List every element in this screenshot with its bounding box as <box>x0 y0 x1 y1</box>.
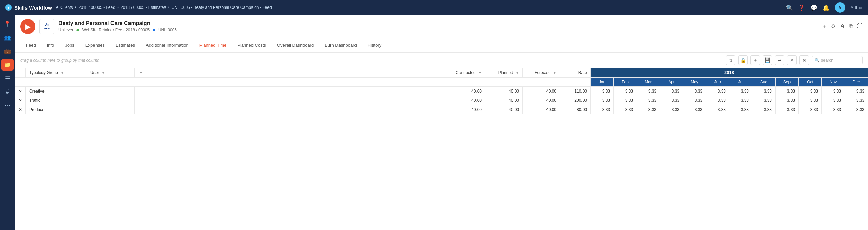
tab-info[interactable]: Info <box>41 38 60 52</box>
expand-icon[interactable]: ⧉ <box>849 23 853 30</box>
top-navbar: ● Skills Workflow AllClients • 2018 / 00… <box>0 0 868 15</box>
tab-planned-time[interactable]: Planned Time <box>194 38 232 52</box>
add-row-button[interactable]: ＋ <box>750 55 760 65</box>
row-0-month-0: 3.33 <box>591 87 614 96</box>
save-button[interactable]: 💾 <box>763 55 772 65</box>
search-icon[interactable]: 🔍 <box>786 4 793 11</box>
row-1-month-7: 3.33 <box>752 96 776 105</box>
main-content: ▶ Unilever Beaty and Personal Care Campa… <box>15 15 868 230</box>
data-table-wrapper: Typology Group ▼ User ▼ ▼ Contracted ▼ <box>15 68 868 114</box>
tab-additional-information[interactable]: Additional Information <box>140 38 194 52</box>
col-header-planned: Planned ▼ <box>485 68 523 78</box>
row-0-month-10: 3.33 <box>822 87 845 96</box>
undo-button[interactable]: ↩ <box>775 55 784 65</box>
project-actions: ＋ ⟳ 🖨 ⧉ ⛶ <box>822 23 863 30</box>
app-logo[interactable]: ● Skills Workflow <box>5 4 52 11</box>
row-1-month-11: 3.33 <box>845 96 868 105</box>
sidebar-item-briefcase[interactable]: 💼 <box>1 45 14 57</box>
delete-row-2[interactable]: ✕ <box>15 105 26 114</box>
row-0-month-3: 3.33 <box>660 87 683 96</box>
row-contracted-2: 40.00 <box>448 105 485 114</box>
col-header-year: 2018 <box>591 68 868 78</box>
tab-overall-dashboard[interactable]: Overall Dashboard <box>272 38 319 52</box>
breadcrumb-item-2[interactable]: 2018 / 00005 - Estimates <box>121 5 166 10</box>
row-user-1 <box>87 96 135 105</box>
row-planned-1: 40.00 <box>485 96 523 105</box>
sidebar-item-users[interactable]: 👥 <box>1 31 14 44</box>
breadcrumb-item-1[interactable]: 2018 / 00005 - Feed <box>79 5 115 10</box>
delete-button[interactable]: ✕ <box>787 55 797 65</box>
col-header-contracted: Contracted ▼ <box>448 68 485 78</box>
filter-typology-icon[interactable]: ▼ <box>60 71 64 75</box>
filter-forecast-icon[interactable]: ▼ <box>553 71 556 75</box>
sidebar-item-calculator[interactable]: # <box>1 86 14 98</box>
tab-jobs[interactable]: Jobs <box>59 38 80 52</box>
app-name: Skills Workflow <box>14 5 52 11</box>
col-header-jul: Jul <box>729 78 752 87</box>
row-2-month-1: 3.33 <box>614 105 637 114</box>
row-forecast-1: 40.00 <box>523 96 560 105</box>
tab-expenses[interactable]: Expenses <box>80 38 110 52</box>
breadcrumb-item-0[interactable]: AllClients <box>56 5 73 10</box>
status-dot: ● <box>76 27 80 33</box>
col-header-dec: Dec <box>845 78 868 87</box>
username: Arthur <box>851 5 863 10</box>
avatar[interactable]: A <box>835 2 845 13</box>
row-rate-2: 80.00 <box>560 105 591 114</box>
logo-icon: ● <box>5 4 12 11</box>
tab-history[interactable]: History <box>362 38 387 52</box>
drag-hint: drag a column here to group by that colu… <box>20 58 723 63</box>
breadcrumb: AllClients • 2018 / 00005 - Feed • 2018 … <box>56 5 272 10</box>
row-forecast-2: 40.00 <box>523 105 560 114</box>
row-user-2 <box>87 105 135 114</box>
row-2-month-9: 3.33 <box>799 105 822 114</box>
columns-button[interactable]: ⇅ <box>726 55 735 65</box>
row-0-month-11: 3.33 <box>845 87 868 96</box>
refresh-icon[interactable]: ⟳ <box>831 23 836 30</box>
sidebar-item-location[interactable]: 📍 <box>1 18 14 30</box>
col-header-forecast: Forecast ▼ <box>523 68 560 78</box>
delete-row-1[interactable]: ✕ <box>15 96 26 105</box>
row-typology-2: Producer <box>26 105 87 114</box>
fullscreen-icon[interactable]: ⛶ <box>857 23 863 30</box>
row-2-month-5: 3.33 <box>706 105 729 114</box>
row-empty-2 <box>135 105 448 114</box>
row-2-month-2: 3.33 <box>637 105 660 114</box>
notifications-icon[interactable]: 🔔 <box>823 4 830 11</box>
col-header-mar: Mar <box>637 78 660 87</box>
col-header-aug: Aug <box>752 78 776 87</box>
row-0-month-2: 3.33 <box>637 87 660 96</box>
row-1-month-3: 3.33 <box>660 96 683 105</box>
sidebar-item-folder[interactable]: 📁 <box>1 59 14 71</box>
col-header-oct: Oct <box>799 78 822 87</box>
messages-icon[interactable]: 💬 <box>811 4 817 11</box>
sidebar-item-list[interactable]: ☰ <box>1 72 14 84</box>
search-box[interactable]: 🔍 search... <box>812 56 863 64</box>
breadcrumb-item-3[interactable]: UNIL0005 - Beaty and Personal Care Campa… <box>172 5 272 10</box>
col-header-filter-empty: ▼ <box>135 68 448 78</box>
tab-feed[interactable]: Feed <box>20 38 41 52</box>
tab-planned-costs[interactable]: Planned Costs <box>232 38 272 52</box>
row-2-month-7: 3.33 <box>752 105 776 114</box>
search-icon: 🔍 <box>815 58 820 63</box>
print-icon[interactable]: 🖨 <box>840 23 845 30</box>
table-header-row: Typology Group ▼ User ▼ ▼ Contracted ▼ <box>15 68 868 78</box>
col-header-user: User ▼ <box>87 68 135 78</box>
delete-row-0[interactable]: ✕ <box>15 87 26 96</box>
help-icon[interactable]: ❓ <box>798 4 805 11</box>
row-1-month-4: 3.33 <box>683 96 706 105</box>
tab-burn-dashboard[interactable]: Burn Dashboard <box>319 38 362 52</box>
sidebar-item-more[interactable]: ⋯ <box>1 99 14 112</box>
lock-button[interactable]: 🔒 <box>738 55 748 65</box>
filter-user-icon[interactable]: ▼ <box>102 71 105 75</box>
filter-planned-icon[interactable]: ▼ <box>516 71 519 75</box>
row-1-month-1: 3.33 <box>614 96 637 105</box>
row-1-month-10: 3.33 <box>822 96 845 105</box>
search-placeholder: search... <box>821 58 837 63</box>
add-icon[interactable]: ＋ <box>822 23 827 30</box>
copy-button[interactable]: ⎘ <box>799 55 809 65</box>
col-header-apr: Apr <box>660 78 683 87</box>
project-header: ▶ Unilever Beaty and Personal Care Campa… <box>15 15 868 38</box>
tab-estimates[interactable]: Estimates <box>110 38 140 52</box>
filter-contracted-icon[interactable]: ▼ <box>478 71 482 75</box>
